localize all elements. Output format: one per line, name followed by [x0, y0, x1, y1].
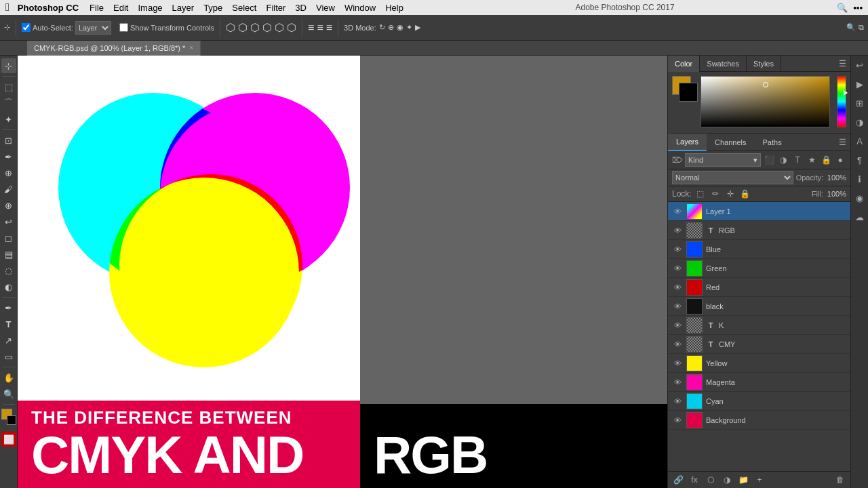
layers-panel-menu-icon[interactable]: ☰ [835, 138, 850, 147]
hand-tool[interactable]: ✋ [1, 370, 16, 385]
layer-link-icon[interactable]: 🔗 [672, 474, 684, 486]
search-icon[interactable]: 🔍 [837, 3, 848, 13]
info-icon[interactable]: ℹ [853, 172, 867, 186]
layer-item-background-layer[interactable]: 👁Background [668, 411, 850, 430]
color-panel-menu-icon[interactable]: ☰ [835, 59, 850, 68]
3d-light-icon[interactable]: ✦ [406, 23, 412, 32]
layer-item-rgb-group[interactable]: 👁TRGB [668, 221, 850, 240]
eyedropper-tool[interactable]: ✒ [1, 149, 16, 164]
dodge-tool[interactable]: ◐ [1, 279, 16, 294]
autoselect-checkbox-input[interactable] [22, 23, 31, 32]
blend-mode-select[interactable]: Normal Dissolve Multiply [672, 171, 793, 184]
3d-pan-icon[interactable]: ⊕ [388, 23, 394, 32]
toolbar-search-icon[interactable]: 🔍 [846, 23, 856, 32]
align-left-icon[interactable]: ⬡ [226, 21, 235, 34]
menu-type[interactable]: Type [203, 3, 222, 13]
tab-styles[interactable]: Styles [747, 56, 781, 72]
layer-item-cmy-layer[interactable]: 👁TCMY [668, 335, 850, 354]
filter-shape-icon[interactable]: ★ [806, 154, 818, 166]
align-center-h-icon[interactable]: ⬡ [238, 21, 248, 34]
layer-visibility-magenta-layer[interactable]: 👁 [672, 377, 683, 388]
character-icon[interactable]: A [853, 134, 867, 148]
layer-item-yellow-layer[interactable]: 👁Yellow [668, 354, 850, 373]
layer-visibility-green[interactable]: 👁 [672, 263, 683, 274]
gradient-tool[interactable]: ▤ [1, 247, 16, 262]
menu-select[interactable]: Select [232, 3, 256, 13]
layer-item-green[interactable]: 👁Green [668, 259, 850, 278]
layer-delete-icon[interactable]: 🗑 [834, 474, 846, 486]
tab-paths[interactable]: Paths [755, 134, 790, 151]
align-top-icon[interactable]: ⬡ [262, 21, 272, 34]
filter-dropdown-arrow[interactable]: ▾ [753, 156, 757, 165]
menu-file[interactable]: File [90, 3, 104, 13]
move-tool[interactable]: ⊹ [1, 58, 16, 73]
layer-group-icon[interactable]: 📁 [737, 474, 749, 486]
layer-visibility-black-layer[interactable]: 👁 [672, 301, 683, 312]
marquee-tool[interactable]: ⬚ [1, 79, 16, 94]
eraser-tool[interactable]: ◻ [1, 230, 16, 245]
lock-position-icon[interactable]: ✏ [709, 188, 722, 200]
clone-stamp-tool[interactable]: ⊕ [1, 198, 16, 213]
adjustments-icon[interactable]: ◑ [853, 115, 867, 129]
text-tool[interactable]: T [1, 317, 16, 331]
align-right-icon[interactable]: ⬡ [250, 21, 260, 34]
align-bottom-icon[interactable]: ⬡ [287, 21, 296, 34]
move-tool-icon[interactable]: ⊹ [4, 23, 10, 32]
layer-mask-icon[interactable]: ⬡ [705, 474, 717, 486]
filter-adjustment-icon[interactable]: ◑ [777, 154, 789, 166]
tab-close-button[interactable]: × [189, 44, 193, 52]
layer-fx-icon[interactable]: fx [688, 474, 701, 486]
layer-item-blue[interactable]: 👁Blue [668, 240, 850, 259]
layer-item-red[interactable]: 👁Red [668, 278, 850, 297]
layer-visibility-cyan-layer[interactable]: 👁 [672, 396, 683, 407]
tab-layers[interactable]: Layers [668, 134, 707, 151]
layer-item-layer1[interactable]: 👁Layer 1 [668, 202, 850, 221]
tab-color[interactable]: Color [668, 56, 700, 72]
color-swatches-fg-bg[interactable] [672, 76, 696, 100]
filter-smart-icon[interactable]: 🔒 [820, 154, 832, 166]
libraries-icon[interactable]: ☁ [853, 210, 867, 224]
layer-visibility-rgb-group[interactable]: 👁 [672, 225, 683, 236]
lock-all-icon[interactable]: 🔒 [739, 188, 751, 200]
filter-pixel-icon[interactable]: ⬛ [763, 154, 775, 166]
layer-visibility-k-layer[interactable]: 👁 [672, 320, 683, 331]
screen-mode-icon[interactable]: ⧉ [859, 23, 864, 32]
properties-icon[interactable]: ⊞ [853, 96, 867, 110]
layer-visibility-layer1[interactable]: 👁 [672, 206, 683, 217]
menu-image[interactable]: Image [138, 3, 162, 13]
quick-mask-button[interactable]: ⬜ [1, 432, 16, 447]
layer-item-cyan-layer[interactable]: 👁Cyan [668, 392, 850, 411]
background-swatch[interactable] [679, 83, 698, 102]
paragraph-icon[interactable]: ¶ [853, 153, 867, 167]
brush-tool[interactable]: 🖌 [1, 182, 16, 197]
blur-tool[interactable]: ◌ [1, 263, 16, 278]
menu-edit[interactable]: Edit [113, 3, 128, 13]
history-brush-tool[interactable]: ↩ [1, 214, 16, 229]
document-tab[interactable]: CMYK-RGB.psd @ 100% (Layer 1, RGB/8*) * … [27, 41, 201, 56]
layer-visibility-background-layer[interactable]: 👁 [672, 415, 683, 426]
autoselect-checkbox[interactable]: Auto-Select: Layer Group [22, 21, 111, 35]
navigator-icon[interactable]: ◉ [853, 191, 867, 205]
shape-tool[interactable]: ▭ [1, 349, 16, 364]
distribute-left-icon[interactable]: ≡ [308, 22, 314, 34]
layer-visibility-yellow-layer[interactable]: 👁 [672, 358, 683, 369]
hue-strip[interactable] [837, 76, 846, 127]
tab-channels[interactable]: Channels [707, 134, 754, 151]
background-color-swatch[interactable] [7, 415, 16, 425]
3d-camera-icon[interactable]: ◉ [397, 23, 403, 32]
pen-tool[interactable]: ✒ [1, 300, 16, 315]
distribute-right-icon[interactable]: ≡ [326, 22, 332, 34]
history-icon[interactable]: ↩ [853, 58, 867, 72]
layer-visibility-blue[interactable]: 👁 [672, 244, 683, 255]
healing-brush-tool[interactable]: ⊕ [1, 165, 16, 180]
menu-window[interactable]: Window [344, 3, 376, 13]
magic-wand-tool[interactable]: ✦ [1, 112, 16, 127]
actions-icon[interactable]: ▶ [853, 77, 867, 91]
layer-visibility-cmy-layer[interactable]: 👁 [672, 339, 683, 350]
filter-type-icon[interactable]: T [791, 154, 804, 166]
layer-filter-select[interactable]: Kind ▾ [685, 153, 761, 167]
layer-visibility-red[interactable]: 👁 [672, 282, 683, 293]
menu-view[interactable]: View [316, 3, 335, 13]
filter-toggle[interactable]: ● [834, 154, 846, 166]
menu-filter[interactable]: Filter [266, 3, 285, 13]
